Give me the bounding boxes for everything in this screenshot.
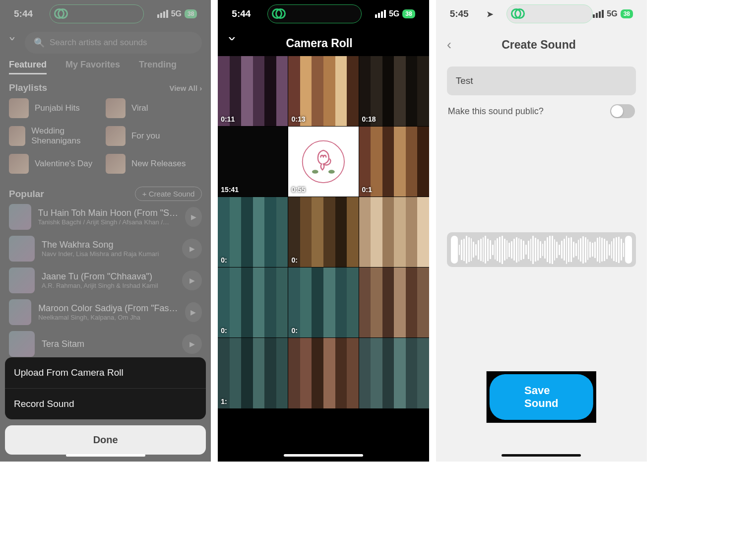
done-button[interactable]: Done <box>5 425 206 455</box>
popular-heading: Popular <box>9 189 44 200</box>
media-thumbnail[interactable]: 15:41 <box>218 127 288 197</box>
track-title: Maroon Color Sadiya (From "Fas… <box>38 303 178 314</box>
playlist-name: New Releases <box>131 159 186 169</box>
waveform-bar <box>492 245 494 255</box>
waveform-bar <box>561 241 563 259</box>
waveform-bar <box>564 239 565 261</box>
waveform-bar <box>597 238 598 262</box>
playlist-item[interactable]: Wedding Shenanigans <box>9 126 102 146</box>
dismiss-chevron-icon[interactable]: ˅ <box>8 36 16 50</box>
create-sound-button[interactable]: + Create Sound <box>135 187 202 201</box>
media-thumbnail[interactable]: 0:11 <box>218 56 288 126</box>
track-thumb <box>9 268 35 293</box>
dismiss-chevron-icon[interactable]: ˅ <box>227 36 237 51</box>
playlist-thumb <box>9 98 29 118</box>
media-thumbnail[interactable]: 0: <box>288 268 358 337</box>
waveform-bar <box>483 237 484 262</box>
tab-featured[interactable]: Featured <box>9 60 47 74</box>
waveform-bar <box>473 242 474 258</box>
playlist-item[interactable]: Punjabi Hits <box>9 98 102 118</box>
battery-badge: 38 <box>402 9 415 18</box>
media-thumbnail[interactable]: 0:13 <box>288 56 358 126</box>
track-title: Tu Hain Toh Main Hoon (From "S… <box>38 208 179 218</box>
waveform-bar <box>478 240 479 260</box>
media-thumbnail[interactable]: 0:55 <box>288 127 358 197</box>
media-thumbnail[interactable] <box>359 268 429 337</box>
playlist-item[interactable]: New Releases <box>106 154 198 174</box>
home-indicator <box>502 454 581 457</box>
camera-roll-title: Camera Roll <box>220 37 418 50</box>
tab-trending[interactable]: Trending <box>139 60 177 74</box>
waveform-bar <box>516 237 517 263</box>
search-input[interactable]: 🔍 Search artists and sounds <box>25 32 202 54</box>
track-row[interactable]: Tu Hain Toh Main Hoon (From "S…Tanishk B… <box>9 204 202 230</box>
media-thumbnail[interactable]: 0: <box>288 197 358 267</box>
waveform-bar <box>606 241 608 259</box>
link-icon <box>272 8 283 19</box>
play-icon[interactable]: ▶ <box>185 302 202 322</box>
media-thumbnail[interactable]: 1: <box>218 338 288 408</box>
play-icon[interactable]: ▶ <box>182 270 202 290</box>
dynamic-island <box>506 4 593 23</box>
waveform-bar <box>585 237 586 263</box>
view-all-link[interactable]: View All › <box>169 84 202 92</box>
playlist-item[interactable]: For you <box>106 126 198 146</box>
track-row[interactable]: Maroon Color Sadiya (From "Fas…Neelkamal… <box>9 299 202 325</box>
waveform-bar <box>549 236 551 264</box>
location-icon: ➤ <box>487 9 493 19</box>
media-thumbnail[interactable]: 0:1 <box>359 127 429 197</box>
media-thumbnail[interactable] <box>288 338 358 408</box>
track-title: Tera Sitam <box>42 339 175 349</box>
sound-name-input[interactable]: Test <box>447 67 636 95</box>
trim-handle-left[interactable] <box>451 236 458 264</box>
waveform-trimmer[interactable] <box>447 232 636 267</box>
save-sound-button[interactable]: Save Sound <box>490 374 593 420</box>
media-thumbnail[interactable] <box>359 197 429 267</box>
tab-favorites[interactable]: My Favorites <box>65 60 120 74</box>
waveform-bar <box>568 238 569 262</box>
track-row[interactable]: Tera Sitam▶ <box>9 331 202 357</box>
waveform-bar <box>540 241 541 258</box>
playlist-item[interactable]: Valentine's Day <box>9 154 102 174</box>
search-icon: 🔍 <box>34 37 45 48</box>
waveform-bar <box>542 244 544 256</box>
waveform-bar <box>552 236 553 264</box>
waveform-bar <box>499 237 501 263</box>
battery-badge: 38 <box>621 9 633 18</box>
playlist-name: For you <box>131 131 160 141</box>
waveform-bar <box>459 245 460 255</box>
media-thumbnail[interactable]: 0: <box>218 268 288 337</box>
public-toggle[interactable] <box>610 104 635 118</box>
media-thumbnail[interactable] <box>359 338 429 408</box>
waveform-bar <box>480 239 482 261</box>
play-icon[interactable]: ▶ <box>182 334 202 354</box>
waveform-bar <box>547 237 548 262</box>
playlist-item[interactable]: Viral <box>106 98 198 118</box>
media-thumbnail[interactable]: 0:18 <box>359 56 429 126</box>
play-icon[interactable]: ▶ <box>182 239 202 259</box>
sound-tabs: Featured My Favorites Trending <box>9 60 202 74</box>
playlist-thumb <box>106 98 126 118</box>
track-row[interactable]: The Wakhra SongNavv Inder, Lisa Mishra a… <box>9 236 202 262</box>
upload-from-camera-roll[interactable]: Upload From Camera Roll <box>5 357 206 388</box>
waveform-bar <box>575 243 577 256</box>
track-thumb <box>9 331 35 357</box>
play-icon[interactable]: ▶ <box>185 207 202 227</box>
waveform-bar <box>566 236 567 264</box>
network-label: 5G <box>607 9 617 18</box>
sounds-content: ˅ 🔍 Search artists and sounds Featured M… <box>0 28 211 393</box>
waveform-bar <box>511 241 512 259</box>
sounds-panel: 5:44 5G 38 ˅ 🔍 Search artists and sounds… <box>0 0 211 462</box>
waveform-bar <box>592 243 593 257</box>
playlist-thumb <box>106 154 126 174</box>
waveform-bar <box>601 238 603 262</box>
media-thumbnail[interactable]: 0: <box>218 197 288 267</box>
trim-handle-right[interactable] <box>625 236 632 264</box>
track-artist: Neelkamal Singh, Kalpana, Om Jha <box>38 314 178 321</box>
record-sound[interactable]: Record Sound <box>5 388 206 419</box>
waveform-bar <box>497 238 498 261</box>
signal-icon <box>157 10 168 18</box>
track-row[interactable]: Jaane Tu (From "Chhaava")A.R. Rahman, Ar… <box>9 268 202 293</box>
playlist-name: Punjabi Hits <box>35 103 80 113</box>
waveform-bar <box>532 236 534 264</box>
